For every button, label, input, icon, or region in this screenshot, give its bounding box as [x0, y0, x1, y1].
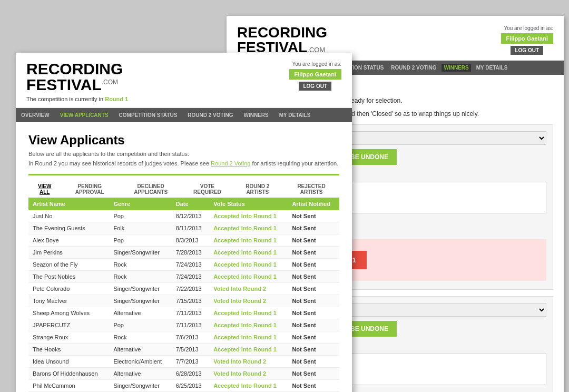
cell-artist-name: Idea Unsound: [28, 356, 109, 368]
cell-genre: Singer/Songwriter: [109, 380, 171, 392]
table-row[interactable]: The Evening Guests Folk 8/11/2013 Accept…: [28, 222, 339, 234]
cell-vote-status: Accepted Into Round 1: [209, 222, 288, 234]
table-row[interactable]: Jim Perkins Singer/Songwriter 7/28/2013 …: [28, 247, 339, 259]
front-nav-view-applicants[interactable]: VIEW APPLICANTS: [55, 108, 114, 122]
cell-artist-name: Barons Of Hiddenhausen: [28, 368, 109, 380]
front-user-badge: Filippo Gaetani: [289, 69, 341, 80]
filter-tab-vote-required[interactable]: VOTE REQUIRED: [183, 181, 231, 198]
cell-artist-name: The Hooks: [28, 344, 109, 356]
table-row[interactable]: Phil McCammon Singer/Songwriter 6/25/201…: [28, 380, 339, 392]
front-nav-round2-voting[interactable]: ROUND 2 VOTING: [182, 108, 238, 122]
cell-artist-notified: Not Sent: [288, 259, 339, 271]
cell-date: 7/24/2013: [172, 259, 209, 271]
cell-date: 7/15/2013: [172, 295, 209, 307]
back-nav-round2-voting[interactable]: ROUND 2 VOTING: [389, 64, 438, 72]
cell-date: 8/11/2013: [172, 222, 209, 234]
front-logout-button[interactable]: LOG OUT: [299, 82, 331, 91]
cell-vote-status: Accepted Into Round 1: [209, 259, 288, 271]
table-row[interactable]: JPAPERCUTZ Pop 7/11/2013 Accepted Into R…: [28, 319, 339, 331]
front-logo: RECORDING FESTIVAL.COM: [26, 61, 128, 93]
cell-genre: Rock: [109, 259, 171, 271]
col-date: Date: [172, 198, 209, 210]
cell-genre: Pop: [109, 319, 171, 331]
filter-tab-round2-artists[interactable]: ROUND 2 ARTISTS: [231, 181, 283, 198]
col-artist-notified: Artist Notified: [288, 198, 339, 210]
filter-tab-view-all[interactable]: VIEW ALL: [28, 181, 61, 198]
table-row[interactable]: Sheep Among Wolves Alternative 7/11/2013…: [28, 307, 339, 319]
table-row[interactable]: Strange Roux Rock 7/6/2013 Accepted Into…: [28, 331, 339, 344]
cell-artist-notified: Not Sent: [288, 271, 339, 283]
cell-vote-status: Voted Into Round 2: [209, 356, 288, 368]
cell-vote-status: Accepted Into Round 1: [209, 380, 288, 392]
cell-date: 7/28/2013: [172, 247, 209, 259]
round2-note-post: for artists requiring your attention.: [252, 160, 338, 166]
cell-artist-name: Pete Colorado: [28, 283, 109, 295]
cell-genre: Pop: [109, 210, 171, 222]
cell-vote-status: Accepted Into Round 1: [209, 344, 288, 356]
cell-artist-notified: Not Sent: [288, 307, 339, 319]
front-sub-text: The competition is currently in: [26, 96, 103, 102]
round2-note: In Round 2 you may see historical record…: [28, 160, 339, 166]
front-nav-my-details[interactable]: MY DETAILS: [274, 108, 316, 122]
cell-artist-notified: Not Sent: [288, 380, 339, 392]
table-body: Just No Pop 8/12/2013 Accepted Into Roun…: [28, 210, 339, 392]
table-row[interactable]: Tony MacIver Singer/Songwriter 7/15/2013…: [28, 295, 339, 307]
cell-vote-status: Voted Into Round 2: [209, 368, 288, 380]
cell-artist-notified: Not Sent: [288, 283, 339, 295]
cell-date: 7/7/2013: [172, 356, 209, 368]
cell-artist-notified: Not Sent: [288, 344, 339, 356]
cell-vote-status: Accepted Into Round 1: [209, 234, 288, 247]
front-nav-winners[interactable]: WINNERS: [238, 108, 273, 122]
front-logo-line2: FESTIVAL: [26, 76, 102, 93]
cell-genre: Singer/Songwriter: [109, 283, 171, 295]
back-nav-winners[interactable]: WINNERS: [442, 64, 470, 72]
table-row[interactable]: Seazon of the Fly Rock 7/24/2013 Accepte…: [28, 259, 339, 271]
table-row[interactable]: Barons Of Hiddenhausen Alternative 6/28/…: [28, 368, 339, 380]
back-nav-my-details[interactable]: MY DETAILS: [474, 64, 510, 72]
front-login-text: You are logged in as:: [289, 61, 341, 67]
filter-tab-declined-applicants[interactable]: DECLINED APPLICANTS: [119, 181, 183, 198]
cell-artist-name: Sheep Among Wolves: [28, 307, 109, 319]
cell-artist-name: Just No: [28, 210, 109, 222]
front-nav: OVERVIEW VIEW APPLICANTS COMPETITION STA…: [16, 108, 352, 122]
cell-artist-notified: Not Sent: [288, 356, 339, 368]
back-login-text: You are logged in as:: [501, 25, 553, 31]
filter-tab-pending-approval[interactable]: PENDING APPROVAL: [61, 181, 119, 198]
table-row[interactable]: Idea Unsound Electronic/Ambient 7/7/2013…: [28, 356, 339, 368]
front-nav-overview[interactable]: OVERVIEW: [16, 108, 55, 122]
table-row[interactable]: Just No Pop 8/12/2013 Accepted Into Roun…: [28, 210, 339, 222]
cell-artist-notified: Not Sent: [288, 331, 339, 344]
round2-link[interactable]: Round 2 Voting: [211, 160, 250, 166]
cell-genre: Alternative: [109, 368, 171, 380]
col-vote-status: Vote Status: [209, 198, 288, 210]
front-nav-competition-status[interactable]: COMPETITION STATUS: [114, 108, 183, 122]
cell-genre: Electronic/Ambient: [109, 356, 171, 368]
cell-artist-notified: Not Sent: [288, 210, 339, 222]
filter-tab-rejected-artists[interactable]: REJECTED ARTISTS: [283, 181, 339, 198]
front-logo-com: .COM: [102, 79, 118, 86]
cell-vote-status: Voted Into Round 2: [209, 295, 288, 307]
back-logout-button[interactable]: LOG OUT: [511, 46, 543, 55]
cell-date: 7/11/2013: [172, 307, 209, 319]
cell-date: 8/3/2013: [172, 234, 209, 247]
page-title: View Applicants: [28, 133, 339, 148]
table-row[interactable]: Alex Boye Pop 8/3/2013 Accepted Into Rou…: [28, 234, 339, 247]
cell-vote-status: Accepted Into Round 1: [209, 331, 288, 344]
cell-artist-name: The Evening Guests: [28, 222, 109, 234]
filter-tabs: VIEW ALL PENDING APPROVAL DECLINED APPLI…: [28, 181, 339, 198]
front-logo-line1: RECORDING: [26, 60, 123, 77]
cell-vote-status: Accepted Into Round 1: [209, 271, 288, 283]
cell-artist-notified: Not Sent: [288, 295, 339, 307]
table-row[interactable]: Pete Colorado Singer/Songwriter 7/22/201…: [28, 283, 339, 295]
front-panel: RECORDING FESTIVAL.COM The competition i…: [16, 53, 352, 392]
cell-genre: Folk: [109, 222, 171, 234]
back-logo-line1: RECORDING: [237, 24, 327, 41]
round2-note-pre: In Round 2 you may see historical record…: [28, 160, 209, 166]
cell-artist-name: The Post Nobles: [28, 271, 109, 283]
front-logo-area: RECORDING FESTIVAL.COM The competition i…: [26, 61, 128, 102]
front-login-area: You are logged in as: Filippo Gaetani LO…: [289, 61, 341, 91]
table-row[interactable]: The Post Nobles Rock 7/24/2013 Accepted …: [28, 271, 339, 283]
table-row[interactable]: The Hooks Alternative 7/5/2013 Accepted …: [28, 344, 339, 356]
cell-genre: Singer/Songwriter: [109, 295, 171, 307]
applicants-table: Artist Name Genre Date Vote Status Artis…: [28, 198, 339, 392]
